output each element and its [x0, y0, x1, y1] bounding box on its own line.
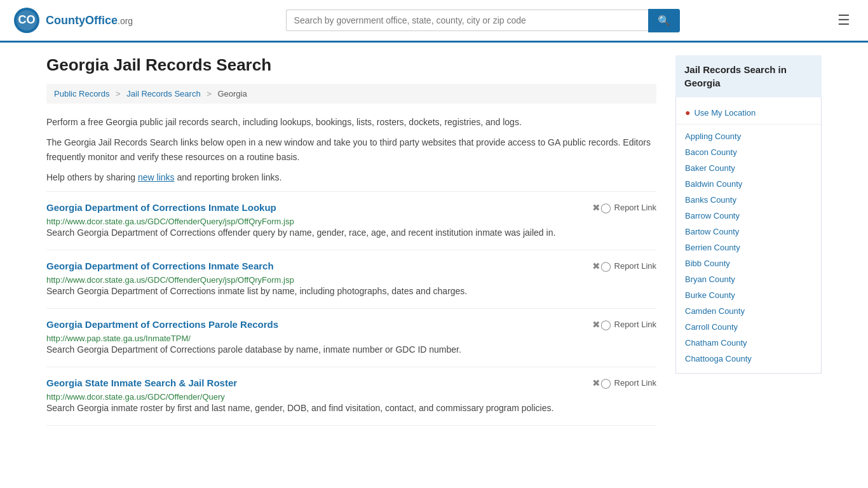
sidebar-county-link[interactable]: Carroll County: [676, 319, 821, 335]
report-link[interactable]: ✖◯ Report Link: [592, 261, 656, 272]
sidebar-county-link[interactable]: Bacon County: [676, 144, 821, 160]
sidebar-county-link[interactable]: Bartow County: [676, 224, 821, 240]
sidebar-county-link[interactable]: Burke County: [676, 287, 821, 303]
use-location-label: Use My Location: [694, 108, 756, 118]
page-title: Georgia Jail Records Search: [46, 55, 656, 75]
content-area: Georgia Jail Records Search Public Recor…: [46, 55, 656, 426]
sidebar-county-link[interactable]: Baldwin County: [676, 176, 821, 192]
logo-icon: CO: [13, 6, 41, 34]
search-input[interactable]: [286, 10, 648, 31]
record-header: Georgia Department of Corrections Inmate…: [46, 202, 656, 214]
new-links-link[interactable]: new links: [138, 172, 175, 182]
search-area: 🔍: [286, 9, 680, 32]
record-title[interactable]: Georgia Department of Corrections Inmate…: [46, 261, 274, 271]
sidebar-county-link[interactable]: Chatham County: [676, 335, 821, 351]
logo-text: CountyOffice.org: [46, 14, 133, 27]
sidebar-county-link[interactable]: Chattooga County: [676, 351, 821, 367]
sidebar-county-link[interactable]: Bibb County: [676, 255, 821, 271]
logo-area: CO CountyOffice.org: [13, 6, 133, 34]
records-container: Georgia Department of Corrections Inmate…: [46, 191, 656, 426]
record-url[interactable]: http://www.dcor.state.ga.us/GDC/Offender…: [46, 275, 294, 285]
report-label: Report Link: [614, 378, 656, 388]
record-title[interactable]: Georgia Department of Corrections Parole…: [46, 319, 278, 330]
desc3-post: and reporting broken links.: [175, 172, 282, 182]
description-2: The Georgia Jail Records Search links be…: [46, 135, 656, 164]
header: CO CountyOffice.org 🔍 ☰: [0, 0, 868, 43]
breadcrumb: Public Records > Jail Records Search > G…: [46, 84, 656, 104]
location-icon: ●: [685, 107, 690, 118]
menu-icon[interactable]: ☰: [832, 10, 855, 31]
breadcrumb-jail-records[interactable]: Jail Records Search: [126, 89, 200, 98]
sidebar-county-link[interactable]: Baker County: [676, 160, 821, 176]
report-label: Report Link: [614, 203, 656, 212]
sidebar-county-link[interactable]: Banks County: [676, 192, 821, 208]
breadcrumb-current: Georgia: [217, 89, 247, 98]
search-button[interactable]: 🔍: [648, 9, 680, 32]
sidebar-county-link[interactable]: Camden County: [676, 303, 821, 319]
county-list: Appling CountyBacon CountyBaker CountyBa…: [676, 128, 821, 367]
record-desc: Search Georgia Department of Corrections…: [46, 226, 656, 240]
report-link[interactable]: ✖◯ Report Link: [592, 319, 656, 330]
report-icon: ✖◯: [592, 319, 611, 330]
report-icon: ✖◯: [592, 377, 611, 389]
sidebar-content: ● Use My Location Appling CountyBacon Co…: [675, 97, 822, 374]
record-title[interactable]: Georgia Department of Corrections Inmate…: [46, 202, 276, 213]
sidebar-county-link[interactable]: Barrow County: [676, 208, 821, 224]
sidebar-county-link[interactable]: Bryan County: [676, 271, 821, 287]
record-header: Georgia Department of Corrections Inmate…: [46, 261, 656, 272]
report-label: Report Link: [614, 320, 656, 329]
record-header: Georgia Department of Corrections Parole…: [46, 319, 656, 330]
record-url[interactable]: http://www.dcor.state.ga.us/GDC/Offender…: [46, 392, 225, 402]
record-card: Georgia Department of Corrections Inmate…: [46, 250, 656, 308]
record-url[interactable]: http://www.dcor.state.ga.us/GDC/Offender…: [46, 217, 294, 226]
breadcrumb-sep-2: >: [207, 89, 212, 98]
breadcrumb-sep-1: >: [116, 89, 121, 98]
sidebar: Jail Records Search in Georgia ● Use My …: [675, 55, 822, 426]
record-desc: Search Georgia inmate roster by first an…: [46, 402, 656, 415]
sidebar-title: Jail Records Search in Georgia: [675, 55, 822, 97]
record-desc: Search Georgia Department of Corrections…: [46, 343, 656, 356]
desc3-pre: Help others by sharing: [46, 172, 138, 182]
report-icon: ✖◯: [592, 261, 611, 272]
use-my-location[interactable]: ● Use My Location: [676, 104, 821, 125]
record-card: Georgia Department of Corrections Parole…: [46, 308, 656, 367]
sidebar-county-link[interactable]: Berrien County: [676, 240, 821, 255]
report-link[interactable]: ✖◯ Report Link: [592, 377, 656, 389]
description-3: Help others by sharing new links and rep…: [46, 170, 656, 184]
record-card: Georgia State Inmate Search & Jail Roste…: [46, 367, 656, 426]
record-url[interactable]: http://www.pap.state.ga.us/InmateTPM/: [46, 334, 191, 343]
record-desc: Search Georgia Department of Corrections…: [46, 285, 656, 298]
record-header: Georgia State Inmate Search & Jail Roste…: [46, 377, 656, 389]
breadcrumb-public-records[interactable]: Public Records: [54, 89, 109, 98]
report-link[interactable]: ✖◯ Report Link: [592, 202, 656, 214]
record-title[interactable]: Georgia State Inmate Search & Jail Roste…: [46, 377, 237, 388]
report-label: Report Link: [614, 261, 656, 271]
record-card: Georgia Department of Corrections Inmate…: [46, 191, 656, 250]
description-1: Perform a free Georgia public jail recor…: [46, 115, 656, 129]
report-icon: ✖◯: [592, 202, 611, 214]
svg-text:CO: CO: [18, 13, 36, 26]
main-container: Georgia Jail Records Search Public Recor…: [27, 43, 841, 438]
sidebar-county-link[interactable]: Appling County: [676, 128, 821, 144]
